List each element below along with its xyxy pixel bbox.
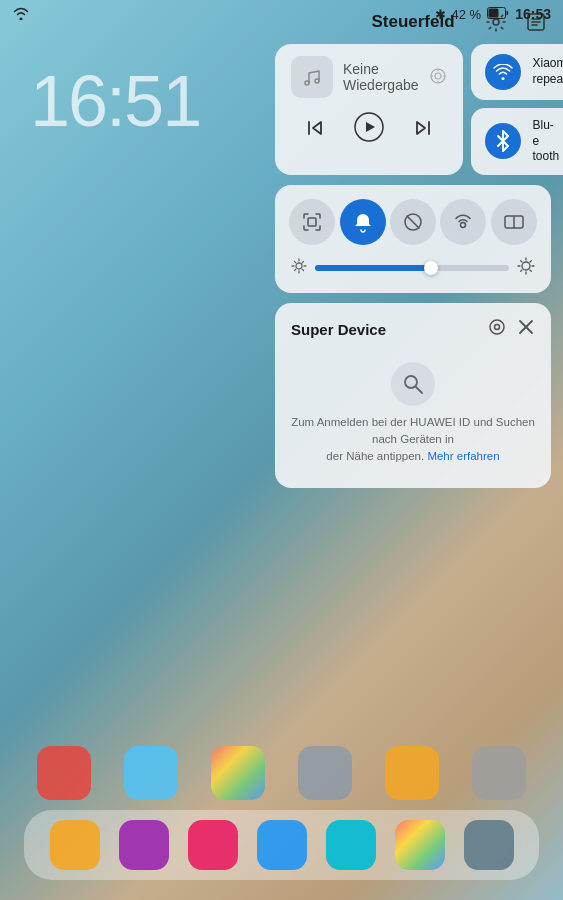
dock-app-multicolor[interactable] [395, 820, 445, 870]
brightness-max-icon [517, 257, 535, 279]
dnd-toggle[interactable] [390, 199, 436, 245]
dock-container [0, 810, 563, 880]
svg-line-35 [521, 270, 522, 271]
status-right: ✱ 42 % 16:53 [435, 6, 551, 22]
control-panel: Steuerfeld [263, 0, 563, 500]
svg-line-27 [302, 262, 303, 263]
svg-line-34 [530, 270, 531, 271]
svg-line-25 [302, 269, 303, 270]
app-icon-gray1[interactable] [298, 746, 352, 800]
battery-icon [487, 7, 509, 22]
music-art-box [291, 56, 333, 98]
dock-bar [24, 810, 539, 880]
svg-line-24 [295, 262, 296, 263]
media-top: Keine Wiedergabe [291, 56, 447, 98]
svg-line-36 [530, 260, 531, 261]
svg-point-5 [315, 79, 319, 83]
svg-point-7 [435, 73, 441, 79]
super-device-actions [487, 317, 535, 342]
super-device-title: Super Device [291, 321, 386, 338]
bluetooth-label: Blu­e­tooth [533, 118, 560, 165]
status-bar: ✱ 42 % 16:53 [0, 0, 563, 28]
svg-line-26 [295, 269, 296, 270]
no-playback-label: Keine Wiedergabe [343, 61, 419, 93]
dock-app-teal[interactable] [326, 820, 376, 870]
bluetooth-network-card[interactable]: Blu­e­tooth › [471, 108, 564, 175]
svg-point-38 [495, 324, 500, 329]
cast-icon [429, 67, 447, 88]
time-display: 16:53 [515, 6, 551, 22]
battery-text: 42 % [452, 7, 482, 22]
dock-app-darkgray[interactable] [464, 820, 514, 870]
screen-mirror-toggle[interactable] [491, 199, 537, 245]
hotspot-toggle[interactable] [440, 199, 486, 245]
wifi-icon-circle [485, 54, 521, 90]
dock-app-blue[interactable] [257, 820, 307, 870]
brightness-slider[interactable] [315, 265, 509, 271]
wifi-label: Xiaomi- repeater [533, 56, 564, 87]
dock-app-pink[interactable] [188, 820, 238, 870]
wallpaper-clock: 16:51 [30, 60, 200, 142]
home-app-row [0, 746, 563, 800]
toggles-card [275, 185, 551, 293]
media-info: Keine Wiedergabe [343, 61, 419, 93]
svg-point-16 [461, 222, 466, 227]
super-device-search-area: Zum Anmelden bei der HUAWEI ID und Suche… [291, 354, 535, 474]
status-left [12, 6, 30, 23]
svg-line-42 [416, 387, 422, 393]
screenshot-toggle[interactable] [289, 199, 335, 245]
media-card: Keine Wiedergabe [275, 44, 463, 175]
super-device-card: Super Device [275, 303, 551, 488]
top-cards-row: Keine Wiedergabe [275, 44, 551, 175]
svg-line-15 [407, 216, 419, 228]
super-device-link[interactable]: Mehr erfahren [427, 450, 499, 462]
svg-point-4 [305, 81, 309, 85]
play-button[interactable] [350, 108, 388, 153]
app-icon-gray2[interactable] [472, 746, 526, 800]
next-button[interactable] [408, 113, 438, 148]
brightness-fill [315, 265, 431, 271]
svg-point-41 [405, 376, 417, 388]
media-controls [291, 106, 447, 153]
super-device-settings-button[interactable] [487, 317, 507, 342]
app-icon-multicolor[interactable] [211, 746, 265, 800]
app-icon-red[interactable] [37, 746, 91, 800]
toggles-row [287, 199, 539, 245]
bell-toggle[interactable] [340, 199, 386, 245]
svg-rect-13 [308, 218, 316, 226]
brightness-thumb[interactable] [424, 261, 438, 275]
app-icon-blue2[interactable] [124, 746, 178, 800]
app-icon-yellow[interactable] [385, 746, 439, 800]
svg-point-28 [522, 262, 530, 270]
super-device-close-button[interactable] [517, 318, 535, 341]
super-device-search-circle[interactable] [391, 362, 435, 406]
svg-line-33 [521, 260, 522, 261]
main-app-row [0, 746, 563, 800]
svg-point-37 [490, 320, 504, 334]
svg-rect-1 [489, 8, 499, 17]
network-cards-column: Xiaomi- repeater › Blu­e­tooth › [471, 44, 564, 175]
dock-app-purple[interactable] [119, 820, 169, 870]
super-device-description: Zum Anmelden bei der HUAWEI ID und Suche… [291, 414, 535, 466]
wifi-network-card[interactable]: Xiaomi- repeater › [471, 44, 564, 100]
super-device-header: Super Device [291, 317, 535, 342]
svg-point-6 [431, 69, 445, 83]
brightness-row [287, 257, 539, 279]
svg-point-19 [296, 263, 302, 269]
brightness-min-icon [291, 258, 307, 277]
wifi-status-icon [12, 6, 30, 23]
dock-app-orange[interactable] [50, 820, 100, 870]
bluetooth-icon: ✱ [435, 7, 446, 22]
bluetooth-icon-circle [485, 123, 521, 159]
prev-button[interactable] [300, 113, 330, 148]
